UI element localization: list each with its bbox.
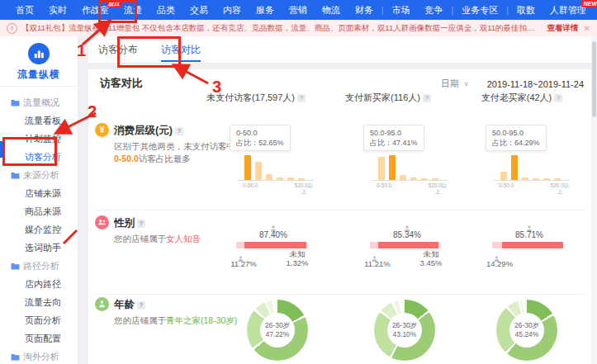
female-percent: 85.71% <box>505 230 554 239</box>
help-icon[interactable]: ? <box>297 94 306 102</box>
age-donut-new-buyers[interactable]: 26-30岁43.10% <box>374 300 435 361</box>
unknown-percent: 未知3.45% <box>413 249 449 267</box>
consumption-chart-old-buyers: 50.0-95.0占比：64.29% 0-50.0 520.0以上 <box>486 122 570 208</box>
divider <box>0 86 78 87</box>
age-donut-unpaid[interactable]: 26-30岁47.22% <box>247 300 308 361</box>
chart-tooltip: 0-50.0占比：52.65% <box>230 125 291 151</box>
nav-item-academy[interactable]: 学院 <box>594 0 597 20</box>
axis-tick: 520.0以上 <box>428 182 448 194</box>
male-percent: 14.29% <box>479 259 520 268</box>
age-icon <box>95 297 109 311</box>
column-header-unpaid: 未支付访客(17,597人)? <box>190 92 322 104</box>
nav-item-audience[interactable]: 人群管理NEW <box>543 0 594 20</box>
axis-tick: 520.0以上 <box>550 182 570 194</box>
visitor-compare-panel: 访客对比 日期 ∨ 2019-11-18~2019-11-24 未支付访客(17… <box>88 69 592 364</box>
sidebar-item-item-source[interactable]: 商品来源 <box>0 202 78 220</box>
sidebar-item-source-analysis[interactable]: 来源分析 <box>0 166 78 184</box>
sidebar-item-word-assistant[interactable]: 选词助手 <box>0 239 78 257</box>
scrollbar-track[interactable] <box>591 36 597 364</box>
unknown-percent: 未知1.32% <box>279 249 315 267</box>
gender-chart-unpaid: 87.40% 11.27% 未知1.32% <box>230 221 314 272</box>
gender-ratio-bar[interactable] <box>492 242 563 248</box>
help-icon[interactable]: ? <box>554 94 562 102</box>
help-icon[interactable]: ? <box>423 94 431 102</box>
gender-title: 性别? <box>114 216 145 230</box>
notice-detail-link[interactable]: 查看详情 <box>547 23 579 34</box>
column-header-new-buyers: 支付新买家(116人)? <box>322 92 454 104</box>
sidebar-item-page-analysis[interactable]: 页面分析 <box>0 311 78 329</box>
nav-item-service[interactable]: 服务 <box>249 0 282 20</box>
bar-group[interactable] <box>238 154 314 181</box>
top-nav: 首页 实时 作战室双11 流量 品类 交易 内容 服务 营销 物流 财务 | 市… <box>0 0 597 20</box>
nav-item-finance[interactable]: 财务 <box>348 0 381 20</box>
close-icon[interactable]: ✕ <box>579 24 590 33</box>
gender-ratio-bar[interactable] <box>370 242 441 248</box>
sidebar-item-visitor-analysis[interactable]: 访客分析 <box>0 148 78 166</box>
sidebar-item-path-analysis[interactable]: 路径分析 <box>0 257 78 275</box>
alert-icon: ! <box>7 23 17 34</box>
sidebar-item-shop-source[interactable]: 店铺来源 <box>0 184 78 202</box>
nav-item-marketing[interactable]: 营销 <box>282 0 315 20</box>
notice-bar: ! 【双11礼包】流量纵横双11增量包 不仅包含本店数据，还有竞店、竞品数据，流… <box>0 20 597 36</box>
sidebar-item-plan-monitor[interactable]: 计划监控 <box>0 130 78 148</box>
axis-tick: 0-50.0 <box>499 182 514 188</box>
male-percent: 11.27% <box>223 259 264 268</box>
consumption-chart-new-buyers: 50.0-95.0占比：47.41% 0-50.0 520.0以上 <box>363 122 448 208</box>
tab-visitor-distribution[interactable]: 访客分布 <box>98 36 138 64</box>
sidebar-product-name: 流量纵横 <box>0 68 78 79</box>
nav-item-market[interactable]: 市场 <box>385 0 418 20</box>
axis-tick: 0-50.0 <box>377 182 391 188</box>
sidebar-item-traffic-flow[interactable]: 流量去向 <box>0 293 78 311</box>
divider <box>95 210 585 210</box>
sidebar-item-page-config[interactable]: 页面配置 <box>0 329 78 347</box>
nav-item-home[interactable]: 首页 <box>8 0 41 20</box>
bar-group[interactable] <box>372 154 448 181</box>
chart-tooltip: 50.0-95.0占比：64.29% <box>486 125 547 151</box>
bar-group[interactable] <box>494 154 570 181</box>
sidebar-item-media-monitor[interactable]: 媒介监控 <box>0 220 78 239</box>
help-icon[interactable]: ? <box>137 220 145 228</box>
nav-item-content[interactable]: 内容 <box>216 0 249 20</box>
nav-item-war-room[interactable]: 作战室双11 <box>74 0 116 20</box>
page-title: 访客对比 <box>100 76 143 91</box>
nav-item-data-extract[interactable]: 取数 <box>509 0 543 20</box>
traffic-logo-icon <box>28 43 50 64</box>
date-range-picker[interactable]: 日期 ∨ 2019-11-18~2019-11-24 <box>441 78 584 90</box>
age-desc: 您的店铺属于青年之家(18-30岁) <box>114 314 242 327</box>
sidebar-item-instore-path[interactable]: 店内路径 <box>0 275 78 293</box>
sidebar-item-traffic-board[interactable]: 流量看板 <box>0 111 78 130</box>
gender-ratio-bar[interactable] <box>236 242 307 248</box>
help-icon[interactable]: ? <box>137 301 145 310</box>
tab-visitor-compare[interactable]: 访客对比 <box>161 36 201 64</box>
gender-chart-new-buyers: 85.34% 11.21% 未知3.45% <box>363 221 448 272</box>
nav-item-logistics[interactable]: 物流 <box>315 0 348 20</box>
date-range-value: 2019-11-18~2019-11-24 <box>487 79 584 89</box>
divider <box>95 294 585 295</box>
sidebar-item-traffic-overview[interactable]: 流量概况 <box>0 93 78 111</box>
nav-item-category[interactable]: 品类 <box>149 0 182 20</box>
chevron-down-icon: ∨ <box>464 80 469 87</box>
nav-item-traffic[interactable]: 流量 <box>116 0 149 20</box>
nav-item-trade[interactable]: 交易 <box>182 0 216 20</box>
age-donut-old-buyers[interactable]: 26-30岁45.24% <box>496 300 557 361</box>
gender-desc: 您的店铺属于女人知音 <box>114 233 242 245</box>
gender-chart-old-buyers: 85.71% 14.29% <box>486 221 570 272</box>
nav-item-competition[interactable]: 竞争 <box>418 0 451 20</box>
sidebar-item-taowai-analysis[interactable]: 淘外分析 <box>0 347 78 364</box>
gender-icon <box>95 215 109 229</box>
consumption-chart-unpaid: 0-50.0占比：52.65% 0-50.0 520.0以上 <box>230 122 314 208</box>
nav-item-business-zone[interactable]: 业务专区 <box>454 0 505 20</box>
date-label: 日期 <box>441 78 459 90</box>
female-percent: 87.40% <box>249 230 298 239</box>
nav-item-label: 作战室 <box>82 5 109 15</box>
consumption-title: 消费层级(元)? <box>114 124 183 138</box>
donut-center-label: 26-30岁47.22% <box>247 321 308 339</box>
help-icon[interactable]: ? <box>175 127 183 135</box>
male-percent: 11.21% <box>357 259 398 268</box>
nav-item-realtime[interactable]: 实时 <box>41 0 74 20</box>
female-percent: 85.34% <box>382 230 432 239</box>
tab-bar: 访客分布 访客对比 <box>88 36 597 64</box>
donut-center-label: 26-30岁45.24% <box>496 321 557 339</box>
scrollbar-thumb[interactable] <box>592 41 596 117</box>
chart-tooltip: 50.0-95.0占比：47.41% <box>363 125 424 151</box>
